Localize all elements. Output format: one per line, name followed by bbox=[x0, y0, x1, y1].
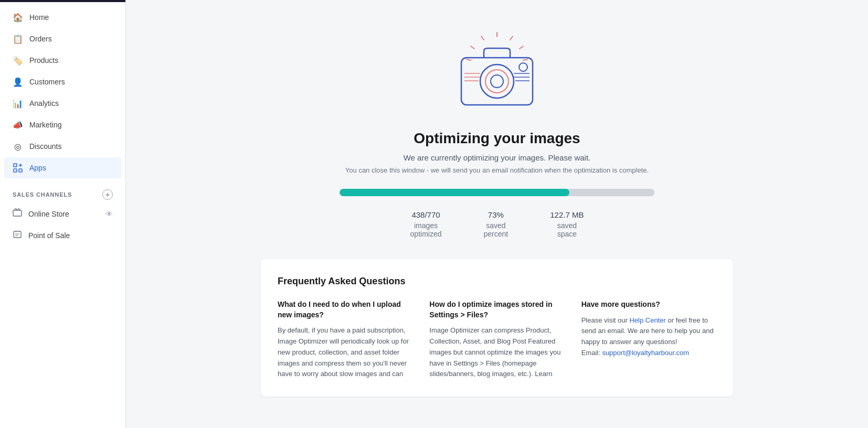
home-icon: 🏠 bbox=[13, 12, 23, 23]
sidebar-item-home-label: Home bbox=[29, 13, 49, 22]
stat-percent-value: 73% bbox=[484, 209, 509, 221]
stat-percent-label1: saved bbox=[484, 221, 509, 230]
sidebar-item-point-of-sale[interactable]: Point of Sale bbox=[4, 225, 121, 245]
faq-col-2-text: Image Optimizer can compress Product, Co… bbox=[429, 325, 564, 380]
svg-point-18 bbox=[519, 63, 527, 71]
faq-col-1: What do I need to do when I upload new i… bbox=[278, 299, 412, 380]
stat-images: 438/770 images optimized bbox=[410, 209, 442, 238]
stats-row: 438/770 images optimized 73% saved perce… bbox=[410, 209, 584, 238]
stat-images-label2: optimized bbox=[410, 230, 442, 238]
camera-illustration bbox=[450, 31, 544, 117]
pos-label: Point of Sale bbox=[28, 231, 70, 240]
apps-icon bbox=[13, 163, 23, 173]
faq-col-3-text: Please visit our Help Center or feel fre… bbox=[581, 315, 716, 359]
svg-point-16 bbox=[485, 70, 509, 93]
sidebar-nav: 🏠 Home 📋 Orders 🏷️ Products 👤 Customers … bbox=[0, 6, 125, 179]
faq-section: Frequently Asked Questions What do I nee… bbox=[261, 259, 733, 397]
faq-col-2-title: How do I optimize images stored in Setti… bbox=[429, 299, 564, 320]
faq-col-3: Have more questions? Please visit our He… bbox=[581, 299, 716, 380]
optimize-note: You can close this window - we will send… bbox=[345, 166, 649, 174]
pos-left: Point of Sale bbox=[13, 230, 70, 241]
sidebar-item-discounts[interactable]: ◎ Discounts bbox=[4, 136, 121, 157]
stat-space-label1: saved bbox=[550, 221, 584, 230]
sidebar: 🏠 Home 📋 Orders 🏷️ Products 👤 Customers … bbox=[0, 0, 126, 428]
stat-images-label1: images bbox=[410, 221, 442, 230]
pos-icon bbox=[13, 230, 22, 241]
sidebar-item-analytics-label: Analytics bbox=[29, 99, 59, 108]
optimize-title: Optimizing your images bbox=[414, 130, 580, 147]
progress-track bbox=[340, 189, 654, 196]
orders-icon: 📋 bbox=[13, 34, 23, 44]
customers-icon: 👤 bbox=[13, 77, 23, 87]
svg-rect-1 bbox=[14, 169, 17, 172]
svg-rect-5 bbox=[13, 210, 22, 216]
faq-col-1-text: By default, if you have a paid subscript… bbox=[278, 325, 412, 380]
svg-rect-0 bbox=[14, 164, 17, 167]
faq-col-1-title: What do I need to do when I upload new i… bbox=[278, 299, 412, 320]
stat-space-value: 122.7 MB bbox=[550, 209, 584, 221]
sidebar-item-orders[interactable]: 📋 Orders bbox=[4, 28, 121, 49]
main-content: Optimizing your images We are currently … bbox=[126, 0, 868, 428]
sales-channels-label: SALES CHANNELS bbox=[13, 191, 72, 198]
faq-columns: What do I need to do when I upload new i… bbox=[278, 299, 716, 380]
progress-fill bbox=[340, 189, 569, 196]
stat-images-value: 438/770 bbox=[410, 209, 442, 221]
sidebar-item-customers-label: Customers bbox=[29, 78, 65, 86]
eye-icon[interactable]: 👁 bbox=[105, 210, 113, 218]
sidebar-item-orders-label: Orders bbox=[29, 35, 52, 43]
marketing-icon: 📣 bbox=[13, 120, 23, 130]
online-store-icon bbox=[13, 208, 22, 219]
stat-space: 122.7 MB saved space bbox=[550, 209, 584, 238]
add-sales-channel-button[interactable]: + bbox=[102, 189, 113, 200]
sales-channels-header: SALES CHANNELS + bbox=[0, 183, 125, 203]
top-bar bbox=[0, 0, 125, 2]
svg-line-13 bbox=[467, 59, 471, 60]
svg-line-9 bbox=[520, 46, 523, 49]
optimize-subtitle: We are currently optimizing your images.… bbox=[404, 153, 591, 162]
svg-line-12 bbox=[523, 59, 527, 60]
faq-col-3-text-before: Please visit our bbox=[581, 316, 630, 324]
sidebar-item-marketing-label: Marketing bbox=[29, 121, 61, 129]
svg-rect-2 bbox=[19, 169, 22, 172]
online-store-left: Online Store bbox=[13, 208, 69, 219]
stat-space-label2: space bbox=[550, 230, 584, 238]
help-center-link[interactable]: Help Center bbox=[629, 316, 665, 324]
stat-percent: 73% saved percent bbox=[484, 209, 509, 238]
sidebar-item-customers[interactable]: 👤 Customers bbox=[4, 71, 121, 92]
svg-line-10 bbox=[481, 36, 484, 40]
svg-rect-6 bbox=[14, 231, 21, 238]
online-store-label: Online Store bbox=[28, 210, 69, 218]
sidebar-item-products[interactable]: 🏷️ Products bbox=[4, 50, 121, 71]
faq-title: Frequently Asked Questions bbox=[278, 276, 716, 287]
svg-point-17 bbox=[491, 75, 503, 88]
progress-container bbox=[340, 189, 654, 196]
sidebar-item-marketing[interactable]: 📣 Marketing bbox=[4, 114, 121, 135]
stat-percent-label2: percent bbox=[484, 230, 509, 238]
sidebar-item-apps[interactable]: Apps bbox=[4, 157, 121, 178]
sidebar-item-apps-label: Apps bbox=[29, 164, 46, 172]
analytics-icon: 📊 bbox=[13, 98, 23, 109]
sidebar-item-online-store[interactable]: Online Store 👁 bbox=[4, 204, 121, 224]
sidebar-item-discounts-label: Discounts bbox=[29, 142, 61, 151]
sidebar-item-analytics[interactable]: 📊 Analytics bbox=[4, 93, 121, 114]
discounts-icon: ◎ bbox=[13, 141, 23, 152]
email-link[interactable]: support@loyaltyharbour.com bbox=[602, 349, 689, 357]
sidebar-item-products-label: Products bbox=[29, 56, 58, 65]
faq-col-3-email-label: Email: bbox=[581, 349, 602, 357]
svg-line-11 bbox=[471, 46, 474, 49]
faq-col-3-title: Have more questions? bbox=[581, 299, 716, 310]
sidebar-item-home[interactable]: 🏠 Home bbox=[4, 7, 121, 28]
faq-col-2: How do I optimize images stored in Setti… bbox=[429, 299, 564, 380]
svg-line-8 bbox=[510, 36, 513, 40]
products-icon: 🏷️ bbox=[13, 55, 23, 66]
optimize-section: Optimizing your images We are currently … bbox=[261, 21, 733, 418]
